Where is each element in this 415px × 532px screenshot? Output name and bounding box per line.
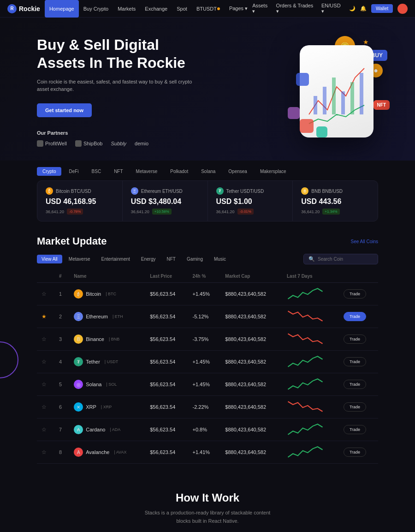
currency-dropdown[interactable]: EN/USD ▾: [321, 3, 344, 14]
brand-logo[interactable]: R Rockie: [7, 4, 40, 13]
tab-entertainment[interactable]: Entertainment: [97, 255, 135, 263]
row-chart-6: [282, 418, 339, 441]
nav-markets[interactable]: Markets: [113, 0, 140, 18]
trade-button-4[interactable]: Trade: [344, 380, 366, 389]
star-cell-3[interactable]: ☆: [37, 351, 54, 373]
filter-makersplace[interactable]: Makersplace: [255, 167, 292, 176]
nav-pages[interactable]: Pages ▾: [225, 0, 252, 18]
star-cell-7[interactable]: ☆: [37, 441, 54, 464]
star-cell-0[interactable]: ☆: [37, 283, 54, 305]
nav-spot[interactable]: Spot: [172, 0, 192, 18]
filter-tabs: Crypto DeFi BSC NFT Metaverse Polkadot S…: [37, 167, 378, 176]
bnb-meta: 36,641.20 +1.34%: [301, 209, 369, 215]
ticker-header: ₮ Tether USDT/USD: [216, 187, 285, 195]
trade-button-6[interactable]: Trade: [344, 425, 366, 434]
coin-img-2: B: [74, 335, 83, 344]
row-trade-7[interactable]: Trade: [339, 441, 378, 464]
star-icon-6[interactable]: ☆: [42, 426, 47, 433]
mini-chart-svg-0: [287, 287, 324, 300]
star-icon-4[interactable]: ☆: [42, 381, 47, 388]
nav-buy-crypto[interactable]: Buy Crypto: [79, 0, 113, 18]
ethereum-price: USD $3,480.04: [131, 197, 199, 206]
filter-bsc[interactable]: BSC: [86, 167, 107, 176]
tab-energy[interactable]: Energy: [136, 255, 160, 263]
row-price-1: $56,623.54: [145, 305, 188, 328]
star-icon-2[interactable]: ☆: [42, 336, 47, 342]
filter-solana[interactable]: Solana: [196, 167, 221, 176]
ticker-bnb: B BNB BNB/USD USD 443.56 36,641.20 +1.34…: [293, 181, 378, 221]
assets-dropdown[interactable]: Assets ▾: [252, 3, 271, 14]
get-started-button[interactable]: Get started now: [37, 103, 92, 117]
theme-toggle[interactable]: 🌙: [349, 6, 356, 12]
market-table-body: ☆ 1 ₿ Bitcoin | BTC $56,623.54 +1.45% $8…: [37, 283, 378, 464]
mini-chart-svg-6: [287, 422, 324, 436]
bitcoin-pair: Bitcoin BTC/USD: [56, 189, 91, 194]
trade-button-0[interactable]: Trade: [344, 289, 366, 299]
trade-button-2[interactable]: Trade: [344, 335, 366, 344]
trade-button-7[interactable]: Trade: [344, 448, 366, 457]
row-trade-0[interactable]: Trade: [339, 283, 378, 305]
row-num-1: 2: [54, 305, 69, 328]
row-trade-2[interactable]: Trade: [339, 328, 378, 351]
filter-defi[interactable]: DeFi: [63, 167, 84, 176]
svg-rect-3: [341, 91, 345, 114]
search-input[interactable]: [318, 257, 373, 262]
row-num-4: 5: [54, 373, 69, 396]
row-trade-1[interactable]: Trade: [339, 305, 378, 328]
tab-nft[interactable]: NFT: [162, 255, 180, 263]
star-icon-7[interactable]: ☆: [42, 449, 47, 455]
ethereum-pair: Ethereum ETH/USD: [141, 189, 183, 194]
notifications-bell[interactable]: 🔔: [360, 6, 367, 12]
wallet-button[interactable]: Wallet: [371, 4, 393, 13]
star-deco-1: ★: [363, 38, 369, 46]
tab-view-all[interactable]: View All: [37, 255, 62, 263]
star-cell-5[interactable]: ☆: [37, 396, 54, 418]
market-section: Market Update See All Coins View All Met…: [0, 221, 415, 473]
star-cell-1[interactable]: ★: [37, 305, 54, 328]
trade-button-1[interactable]: Trade: [344, 312, 366, 321]
star-icon-3[interactable]: ☆: [42, 359, 47, 365]
star-cell-6[interactable]: ☆: [37, 418, 54, 441]
trade-button-5[interactable]: Trade: [344, 402, 366, 412]
see-all-link[interactable]: See All Coins: [351, 239, 378, 244]
filter-opensea[interactable]: Opensea: [223, 167, 253, 176]
filter-nft[interactable]: NFT: [108, 167, 128, 176]
partners-label: Our Partners: [37, 130, 194, 136]
tab-music[interactable]: Music: [209, 255, 231, 263]
user-avatar[interactable]: [397, 4, 408, 14]
live-dot: [217, 7, 220, 10]
row-trade-3[interactable]: Trade: [339, 351, 378, 373]
trade-button-3[interactable]: Trade: [344, 357, 366, 366]
row-trade-4[interactable]: Trade: [339, 373, 378, 396]
tab-gaming[interactable]: Gaming: [182, 255, 208, 263]
row-trade-6[interactable]: Trade: [339, 418, 378, 441]
tether-volume: 36,641.20: [216, 209, 235, 214]
nav-links: Homepage Buy Crypto Markets Exchange Spo…: [45, 0, 252, 18]
brand-icon: R: [7, 4, 17, 13]
filter-polkadot[interactable]: Polkadot: [165, 167, 194, 176]
nav-btusdt[interactable]: BTUSDT: [192, 0, 225, 18]
row-trade-5[interactable]: Trade: [339, 396, 378, 418]
star-cell-2[interactable]: ☆: [37, 328, 54, 351]
deco-box-red: [300, 119, 314, 133]
row-num-7: 8: [54, 441, 69, 464]
nav-homepage[interactable]: Homepage: [45, 0, 79, 18]
coin-symbol-3: | USDT: [105, 359, 118, 364]
coin-fullname-1: Ethereum: [86, 314, 108, 319]
navbar: R Rockie Homepage Buy Crypto Markets Exc…: [0, 0, 415, 18]
table-row: ☆ 7 ₳ Cardano | ADA $56,623.54 +0.8% $88…: [37, 418, 378, 441]
star-icon-0[interactable]: ☆: [42, 291, 47, 297]
th-num: #: [54, 270, 69, 283]
coin-img-0: ₿: [74, 289, 83, 299]
orders-dropdown[interactable]: Orders & Trades ▾: [276, 3, 317, 14]
star-icon-5[interactable]: ☆: [42, 404, 47, 410]
filter-crypto[interactable]: Crypto: [37, 167, 61, 176]
star-cell-4[interactable]: ☆: [37, 373, 54, 396]
tab-metaverse[interactable]: Metaverse: [64, 255, 95, 263]
row-price-2: $56,623.54: [145, 328, 188, 351]
filter-metaverse[interactable]: Metaverse: [130, 167, 163, 176]
bitcoin-change: -0.78%: [67, 209, 83, 215]
nav-exchange[interactable]: Exchange: [140, 0, 172, 18]
star-icon-1[interactable]: ★: [42, 313, 47, 320]
hero-title: Buy & Sell Digital Assets In The Rockie: [37, 36, 194, 72]
